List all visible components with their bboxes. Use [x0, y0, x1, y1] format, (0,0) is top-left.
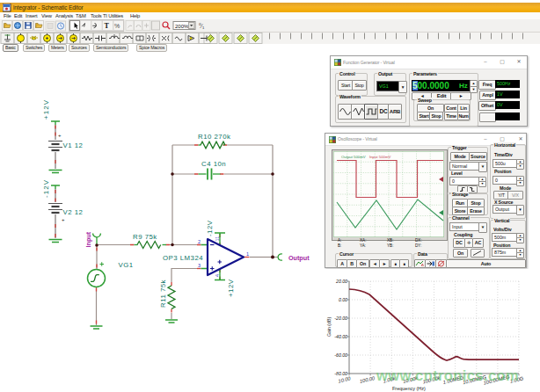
svg-text:Input 500mV: Input 500mV [369, 155, 390, 159]
svg-text:C4 10n: C4 10n [201, 160, 226, 168]
svg-text:200%: 200% [175, 24, 189, 29]
svg-text:www.cntronics.com: www.cntronics.com [376, 367, 519, 383]
svg-text:-20.00: -20.00 [334, 316, 347, 321]
svg-text:-12V: -12V [206, 220, 214, 236]
svg-text:11: 11 [215, 236, 220, 242]
svg-text:20.00: 20.00 [335, 279, 347, 284]
svg-text:Input: Input [84, 231, 92, 247]
svg-text:4: 4 [215, 274, 220, 277]
svg-text:-60.00: -60.00 [334, 352, 347, 358]
svg-text:-12V: -12V [42, 179, 50, 198]
svg-text:0.00: 0.00 [339, 297, 347, 302]
svg-text:⁰∕₁: ⁰∕₁ [199, 23, 205, 29]
svg-text:-40.00: -40.00 [334, 334, 347, 339]
svg-text:Output: Output [288, 254, 310, 262]
svg-text:OP3 LM324: OP3 LM324 [163, 254, 203, 262]
svg-text:3: 3 [198, 263, 201, 268]
svg-text:+12V: +12V [42, 99, 50, 120]
svg-text:R10 270k: R10 270k [198, 133, 230, 141]
svg-text:V2 12: V2 12 [63, 208, 84, 216]
svg-text:-80.00: -80.00 [334, 371, 347, 376]
svg-text:100.00: 100.00 [359, 375, 376, 384]
svg-text:Frequency (Hz): Frequency (Hz) [392, 386, 426, 391]
svg-text:2: 2 [198, 239, 201, 244]
svg-text:R11 75k: R11 75k [159, 279, 167, 308]
svg-text:+: + [62, 217, 65, 222]
svg-text:VG1: VG1 [119, 261, 134, 269]
svg-text:+12V: +12V [227, 279, 235, 297]
svg-text:10.00: 10.00 [338, 375, 352, 383]
svg-text:T: T [105, 22, 110, 30]
svg-text:V1 12: V1 12 [63, 142, 84, 149]
svg-text:Gain (dB): Gain (dB) [326, 317, 332, 337]
svg-text:1: 1 [246, 251, 249, 257]
svg-text:Output 500mV: Output 500mV [341, 155, 366, 159]
svg-text:R9 75k: R9 75k [133, 233, 157, 241]
svg-text:%: % [114, 23, 120, 29]
svg-text:+: + [58, 133, 62, 138]
